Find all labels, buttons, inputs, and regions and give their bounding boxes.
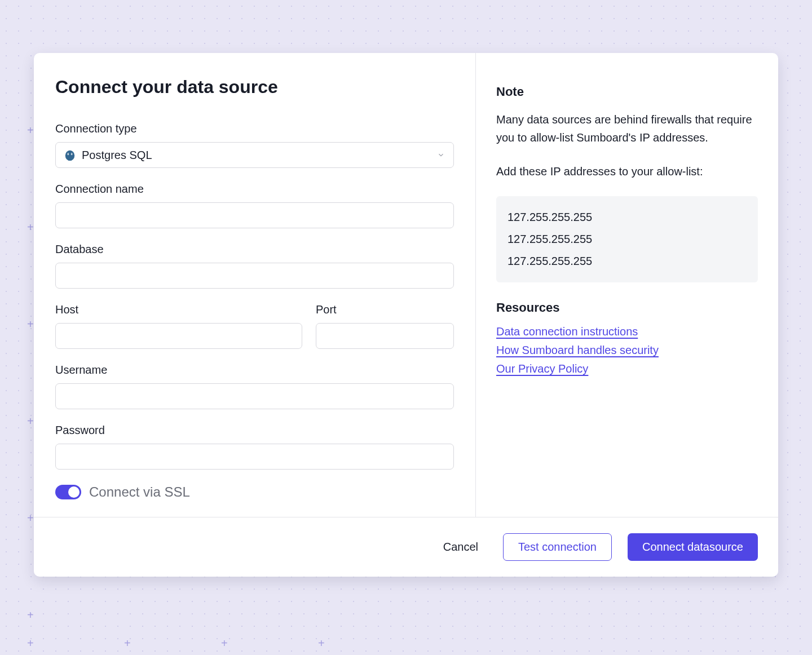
connection-name-label: Connection name <box>55 183 454 196</box>
bg-plus-icon: + <box>221 637 228 650</box>
cancel-button[interactable]: Cancel <box>434 535 487 559</box>
bg-plus-icon: + <box>27 221 34 234</box>
note-body-2: Add these IP addresses to your allow-lis… <box>496 162 758 180</box>
note-heading: Note <box>496 85 758 99</box>
password-label: Password <box>55 424 454 437</box>
connection-type-label: Connection type <box>55 122 454 135</box>
bg-plus-icon: + <box>27 512 34 525</box>
resource-link-security[interactable]: How Sumboard handles security <box>496 344 659 357</box>
password-input[interactable] <box>55 444 454 470</box>
chevron-down-icon <box>437 151 445 159</box>
port-input[interactable] <box>316 323 454 349</box>
svg-point-0 <box>65 151 75 161</box>
bg-plus-icon: + <box>27 124 34 137</box>
bg-plus-icon: + <box>124 637 131 650</box>
note-body-1: Many data sources are behind firewalls t… <box>496 110 758 147</box>
connection-name-input[interactable] <box>55 202 454 228</box>
port-label: Port <box>316 303 454 316</box>
postgres-icon <box>64 149 76 161</box>
ssl-toggle[interactable] <box>55 485 81 499</box>
ip-address: 127.255.255.255 <box>508 228 747 250</box>
resource-link-privacy[interactable]: Our Privacy Policy <box>496 362 588 375</box>
dialog-title: Connect your data source <box>55 77 454 98</box>
connection-type-value: Postgres SQL <box>82 149 152 162</box>
resources-heading: Resources <box>496 300 758 315</box>
toggle-knob <box>68 486 80 498</box>
dialog-footer: Cancel Test connection Connect datasourc… <box>34 517 778 577</box>
svg-point-4 <box>72 153 72 154</box>
username-label: Username <box>55 364 454 377</box>
database-label: Database <box>55 243 454 256</box>
svg-point-3 <box>68 153 68 154</box>
form-panel: Connect your data source Connection type… <box>34 53 476 517</box>
bg-plus-icon: + <box>27 318 34 331</box>
ip-allowlist-box: 127.255.255.255 127.255.255.255 127.255.… <box>496 196 758 282</box>
connect-datasource-dialog: Connect your data source Connection type… <box>34 53 778 577</box>
connect-datasource-button[interactable]: Connect datasource <box>628 533 758 561</box>
ssl-toggle-label: Connect via SSL <box>89 484 190 500</box>
host-input[interactable] <box>55 323 302 349</box>
bg-plus-icon: + <box>27 415 34 428</box>
bg-plus-icon: + <box>27 637 34 650</box>
bg-plus-icon: + <box>318 637 325 650</box>
info-panel: Note Many data sources are behind firewa… <box>476 53 778 517</box>
connection-type-select[interactable]: Postgres SQL <box>55 142 454 168</box>
ip-address: 127.255.255.255 <box>508 206 747 228</box>
ip-address: 127.255.255.255 <box>508 250 747 272</box>
bg-plus-icon: + <box>27 609 34 622</box>
host-label: Host <box>55 303 302 316</box>
username-input[interactable] <box>55 383 454 409</box>
test-connection-button[interactable]: Test connection <box>503 533 612 561</box>
database-input[interactable] <box>55 263 454 289</box>
resource-link-instructions[interactable]: Data connection instructions <box>496 325 638 338</box>
